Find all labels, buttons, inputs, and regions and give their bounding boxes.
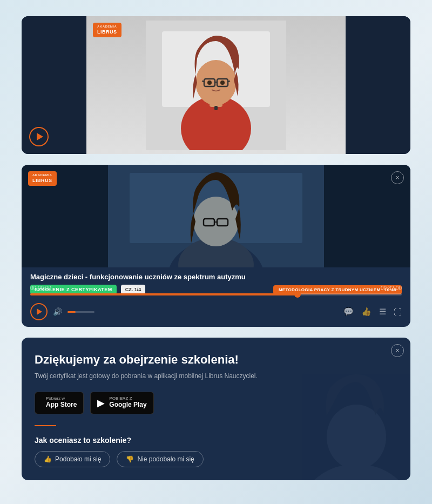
thumbsdown-rating-icon: 👎 xyxy=(126,455,134,463)
app-store-text: Pobierz w App Store xyxy=(46,397,77,409)
dislike-button[interactable]: 👎 Nie podobało mi się xyxy=(117,451,203,467)
volume-fill xyxy=(68,311,76,313)
divider xyxy=(35,425,56,426)
time-total: 00:32:00 xyxy=(381,285,402,291)
video-display-area xyxy=(22,165,410,267)
presenter-illustration xyxy=(146,21,286,150)
video-side-right xyxy=(346,16,410,154)
svg-point-11 xyxy=(220,80,225,85)
progress-thumb xyxy=(294,291,301,298)
volume-bar[interactable] xyxy=(68,311,94,313)
thank-subtitle: Twój certyfikat jest gotowy do pobrania … xyxy=(35,371,397,381)
google-play-text: POBIERZ Z Google Play xyxy=(109,397,146,409)
academy-logo: AKADEMIA LIBRUS xyxy=(93,23,122,37)
comment-icon[interactable]: 💬 xyxy=(343,307,354,317)
like-button[interactable]: 👍 Podobało mi się xyxy=(35,451,110,467)
progress-fill xyxy=(30,293,298,295)
time-current: 00:00:00 xyxy=(30,285,51,291)
fullscreen-icon[interactable]: ⛶ xyxy=(394,307,402,317)
controls-row: 🔊 💬 👍 ☰ ⛶ xyxy=(22,300,410,327)
controls-right: 💬 👍 ☰ ⛶ xyxy=(343,307,402,317)
thumbsup-rating-icon: 👍 xyxy=(44,455,52,463)
play-button[interactable] xyxy=(29,127,49,146)
thank-title: Dziękujemy za obejrzenie szkolenia! xyxy=(35,353,397,367)
card3-content: × Dziękujemy za obejrzenie szkolenia! Tw… xyxy=(22,338,410,480)
svg-line-8 xyxy=(202,81,204,82)
google-play-button[interactable]: ▶ POBIERZ Z Google Play xyxy=(90,392,153,414)
volume-icon[interactable]: 🔊 xyxy=(53,307,62,316)
close-button-3[interactable]: × xyxy=(391,344,404,357)
academy-logo-2: AKADEMIA LIBRUS xyxy=(28,171,57,186)
close-button[interactable]: × xyxy=(391,171,404,184)
video-title: Magiczne dzieci - funkcjonowanie uczniów… xyxy=(22,267,410,283)
video-player-card: AKADEMIA LIBRUS × xyxy=(22,165,410,327)
app-store-button[interactable]: Pobierz w App Store xyxy=(35,392,84,414)
svg-line-9 xyxy=(228,81,230,82)
rating-buttons: 👍 Podobało mi się 👎 Nie podobało mi się xyxy=(35,451,397,467)
progress-bar[interactable] xyxy=(30,293,402,295)
svg-point-10 xyxy=(207,80,212,85)
ctrl-play-button[interactable] xyxy=(30,303,48,320)
store-buttons: Pobierz w App Store ▶ POBIERZ Z Google P… xyxy=(35,392,397,414)
svg-rect-12 xyxy=(214,106,218,110)
ctrl-play-icon xyxy=(37,308,42,315)
progress-section: 00:00:00 00:32:00 xyxy=(22,283,410,300)
play-icon xyxy=(37,133,43,140)
list-icon[interactable]: ☰ xyxy=(379,307,386,317)
video-side-left xyxy=(22,16,86,154)
thumbsup-icon[interactable]: 👍 xyxy=(361,307,372,317)
video-presenter-2 xyxy=(22,165,410,267)
video-card-preview: AKADEMIA LIBRUS xyxy=(22,16,410,154)
time-row: 00:00:00 00:32:00 xyxy=(30,285,402,291)
video-main-area: AKADEMIA LIBRUS xyxy=(86,16,346,154)
google-play-icon: ▶ xyxy=(97,398,105,408)
thankyou-card: × Dziękujemy za obejrzenie szkolenia! Tw… xyxy=(22,338,410,480)
rating-title: Jak oceniasz to szkolenie? xyxy=(35,436,397,445)
